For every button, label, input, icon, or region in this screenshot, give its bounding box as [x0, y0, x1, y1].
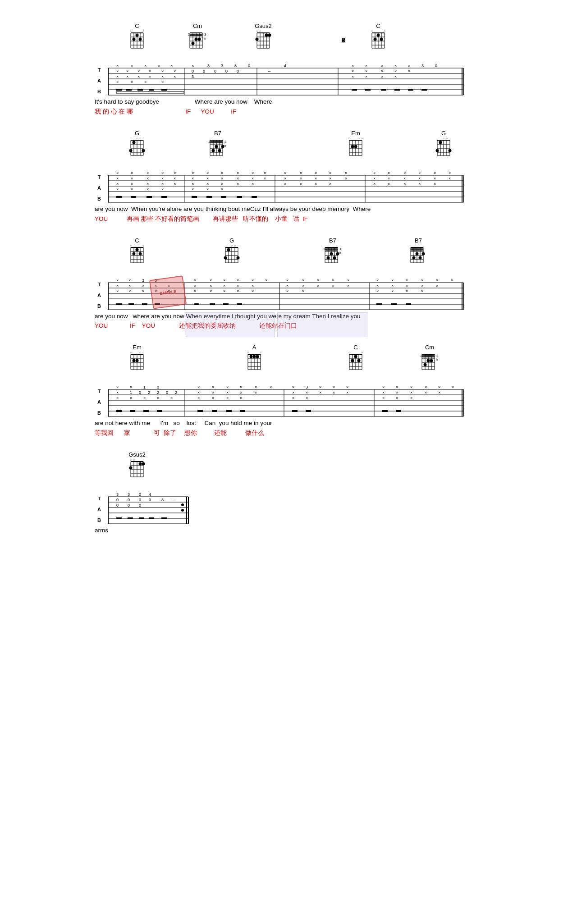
- section-2: G ○ ○: [95, 130, 482, 224]
- svg-text:3: 3: [116, 492, 119, 497]
- chord-g-1: G ○ ○: [128, 130, 146, 159]
- svg-point-357: [412, 256, 416, 259]
- svg-text:×: ×: [406, 278, 408, 283]
- svg-text:×: ×: [174, 176, 176, 181]
- chord-em-1: Em ○ ○ ○: [347, 130, 364, 159]
- svg-text:A: A: [97, 399, 101, 405]
- chord-name: Cm: [193, 23, 202, 29]
- svg-text:×: ×: [381, 69, 383, 73]
- svg-rect-135: [381, 89, 386, 91]
- section-symbol: 𝄋: [342, 36, 345, 46]
- svg-rect-431: [116, 303, 122, 305]
- svg-text:×: ×: [347, 284, 349, 288]
- svg-rect-132: [116, 91, 184, 93]
- svg-text:×: ×: [352, 64, 354, 68]
- svg-point-620: [181, 509, 184, 512]
- svg-text:4: 4: [284, 64, 286, 68]
- svg-text:×: ×: [302, 284, 304, 288]
- svg-text:×: ×: [425, 390, 427, 395]
- chord-c-1: C ○ ○: [128, 23, 146, 52]
- svg-text:×: ×: [212, 390, 214, 395]
- svg-point-151: [142, 149, 145, 152]
- svg-text:2: 2: [148, 390, 150, 395]
- svg-text:0: 0: [139, 503, 141, 508]
- svg-text:○: ○: [348, 137, 350, 140]
- svg-text:×: ×: [403, 176, 406, 181]
- svg-rect-576: [116, 410, 122, 412]
- svg-text:×: ×: [174, 171, 176, 175]
- svg-text:×: ×: [449, 176, 451, 181]
- svg-point-168: [215, 145, 218, 148]
- svg-text:×: ×: [300, 182, 302, 186]
- chord-diagram: ○ ○: [128, 29, 146, 52]
- svg-text:×: ×: [128, 278, 131, 283]
- svg-text:×: ×: [147, 182, 149, 186]
- svg-text:×: ×: [333, 390, 335, 395]
- svg-text:×: ×: [212, 396, 214, 400]
- svg-text:×: ×: [255, 390, 257, 395]
- svg-rect-438: [237, 303, 242, 305]
- svg-text:×: ×: [319, 385, 321, 389]
- svg-text:×: ×: [237, 171, 239, 175]
- svg-text:×: ×: [438, 385, 440, 389]
- chord-b7-1: B7 2 fr 1: [207, 130, 228, 159]
- svg-text:×: ×: [147, 187, 149, 192]
- chord-diagram: 3 fr 1: [187, 29, 208, 52]
- svg-text:0: 0: [116, 503, 119, 508]
- svg-text:×: ×: [418, 182, 421, 186]
- svg-text:×: ×: [131, 182, 133, 186]
- svg-text:×: ×: [376, 278, 379, 283]
- svg-text:×: ×: [317, 284, 319, 288]
- svg-rect-585: [306, 410, 311, 412]
- svg-point-149: [129, 149, 133, 152]
- chord-c-4: C ○ ○: [347, 344, 364, 373]
- stamp-watermark: SAMPLE: [149, 275, 187, 309]
- svg-text:×: ×: [149, 74, 151, 79]
- svg-text:×: ×: [410, 390, 412, 395]
- svg-point-321: [224, 256, 227, 259]
- section-5: Gsus2 ○ ○: [95, 451, 482, 535]
- svg-text:×: ×: [436, 284, 438, 288]
- svg-text:×: ×: [394, 74, 397, 79]
- svg-text:×: ×: [116, 171, 119, 175]
- svg-text:○: ○: [361, 351, 363, 354]
- svg-text:×: ×: [192, 171, 194, 175]
- svg-text:0: 0: [139, 498, 141, 502]
- svg-text:×: ×: [206, 176, 209, 181]
- svg-text:2: 2: [224, 140, 227, 144]
- svg-text:×: ×: [255, 385, 257, 389]
- svg-text:×: ×: [161, 176, 164, 181]
- svg-text:×: ×: [170, 396, 173, 400]
- svg-text:×: ×: [157, 396, 159, 400]
- svg-rect-584: [292, 410, 298, 412]
- svg-text:×: ×: [252, 171, 254, 175]
- svg-text:×: ×: [116, 69, 119, 73]
- svg-rect-630: [116, 517, 122, 519]
- svg-text:×: ×: [252, 176, 254, 181]
- chord-cm-2: Cm 3 fr 1: [419, 344, 440, 373]
- svg-text:×: ×: [147, 176, 149, 181]
- svg-text:×: ×: [116, 284, 119, 288]
- lyrics-5: arms: [95, 526, 482, 535]
- svg-point-59: [380, 38, 383, 41]
- svg-text:×: ×: [221, 187, 223, 192]
- svg-rect-291: [192, 196, 197, 198]
- svg-text:×: ×: [161, 187, 164, 192]
- svg-text:×: ×: [223, 284, 225, 288]
- svg-point-306: [136, 248, 139, 251]
- svg-text:0: 0: [139, 492, 141, 497]
- svg-text:×: ×: [192, 182, 194, 186]
- svg-text:×: ×: [332, 284, 334, 288]
- svg-rect-435: [194, 303, 199, 305]
- svg-text:×: ×: [306, 396, 308, 400]
- svg-text:×: ×: [144, 64, 147, 68]
- svg-text:1: 1: [143, 385, 146, 389]
- svg-point-12: [139, 38, 142, 41]
- tab-staff-5: T A B 3 3 0 4 0 0 0 0 3 – 0 0 0: [95, 492, 189, 525]
- svg-text:×: ×: [143, 396, 146, 400]
- svg-point-31: [192, 42, 195, 45]
- svg-text:T: T: [98, 282, 101, 287]
- svg-text:×: ×: [147, 171, 149, 175]
- section-3: SAMPLE C: [95, 237, 482, 331]
- chord-b7-3: B7: [408, 237, 429, 266]
